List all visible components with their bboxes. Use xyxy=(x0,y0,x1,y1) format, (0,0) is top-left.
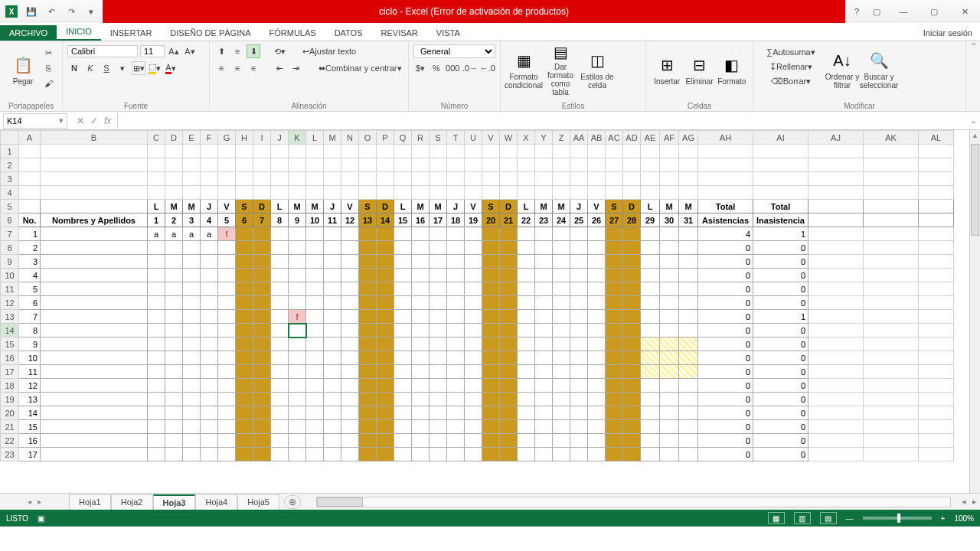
cell[interactable] xyxy=(500,186,518,200)
cell[interactable] xyxy=(341,379,359,393)
percent-icon[interactable]: % xyxy=(430,61,443,75)
cell[interactable] xyxy=(570,365,588,379)
cell[interactable] xyxy=(553,172,570,186)
cell[interactable] xyxy=(465,172,482,186)
cell[interactable] xyxy=(236,406,253,420)
cell[interactable] xyxy=(623,379,641,393)
cell[interactable] xyxy=(236,337,253,351)
fill-color-button[interactable]: ⬚▾ xyxy=(148,61,162,75)
cell[interactable] xyxy=(359,296,377,310)
cell[interactable]: L xyxy=(641,200,660,214)
cell[interactable] xyxy=(500,172,518,186)
italic-button[interactable]: K xyxy=(83,61,97,75)
cell[interactable] xyxy=(165,172,183,186)
cell[interactable] xyxy=(394,324,412,337)
cell[interactable] xyxy=(289,434,306,448)
cell[interactable] xyxy=(341,172,359,186)
cell[interactable] xyxy=(864,186,919,200)
cell[interactable] xyxy=(289,172,306,186)
cell[interactable] xyxy=(606,241,623,255)
cell[interactable] xyxy=(447,158,465,172)
cell[interactable] xyxy=(570,337,588,351)
row-header-9[interactable]: 9 xyxy=(1,255,19,269)
cell[interactable] xyxy=(864,420,919,434)
cell[interactable]: 0 xyxy=(698,310,753,324)
cell[interactable] xyxy=(165,255,183,269)
cell[interactable] xyxy=(698,172,753,186)
cell[interactable] xyxy=(271,172,289,186)
cell[interactable] xyxy=(148,145,165,158)
cell[interactable] xyxy=(518,351,535,365)
cell[interactable] xyxy=(165,365,183,379)
increase-font-icon[interactable]: A▴ xyxy=(167,44,181,58)
cell[interactable] xyxy=(201,434,218,448)
cell[interactable] xyxy=(660,406,679,420)
cell[interactable]: 8 xyxy=(19,324,41,337)
cell[interactable] xyxy=(570,269,588,282)
scroll-up-icon[interactable]: ▲ xyxy=(972,132,978,139)
cell[interactable] xyxy=(201,365,218,379)
cell[interactable] xyxy=(447,351,465,365)
cell[interactable] xyxy=(864,337,919,351)
cell[interactable] xyxy=(535,172,553,186)
cell[interactable] xyxy=(271,379,289,393)
cell[interactable]: 6 xyxy=(19,296,41,310)
cell[interactable] xyxy=(271,255,289,269)
cell[interactable] xyxy=(236,393,253,406)
cell[interactable] xyxy=(808,379,864,393)
cell[interactable]: V xyxy=(465,200,482,214)
cell[interactable] xyxy=(394,310,412,324)
cell[interactable] xyxy=(606,172,623,186)
cell[interactable] xyxy=(430,310,447,324)
cell[interactable] xyxy=(447,420,465,434)
cell[interactable]: 5 xyxy=(19,282,41,296)
cell[interactable] xyxy=(864,434,919,448)
cell[interactable] xyxy=(412,337,430,351)
cell[interactable]: M xyxy=(430,200,447,214)
cell[interactable] xyxy=(412,158,430,172)
cell[interactable] xyxy=(359,186,377,200)
cell[interactable] xyxy=(253,296,271,310)
cell[interactable] xyxy=(641,393,660,406)
cell[interactable] xyxy=(500,420,518,434)
cell[interactable] xyxy=(377,351,394,365)
cell[interactable]: a xyxy=(148,227,165,241)
cell[interactable] xyxy=(341,158,359,172)
cell[interactable] xyxy=(623,269,641,282)
cell[interactable] xyxy=(236,255,253,269)
cell[interactable] xyxy=(623,145,641,158)
cell[interactable] xyxy=(19,145,41,158)
cell[interactable] xyxy=(165,448,183,461)
cell[interactable] xyxy=(324,255,341,269)
cell[interactable] xyxy=(394,448,412,461)
cell[interactable] xyxy=(218,282,236,296)
cell[interactable] xyxy=(641,186,660,200)
cell[interactable]: 0 xyxy=(753,241,808,255)
cell[interactable] xyxy=(218,393,236,406)
border-button[interactable]: ⊞▾ xyxy=(132,61,145,75)
cell[interactable] xyxy=(864,351,919,365)
cell[interactable] xyxy=(864,406,919,420)
cell[interactable] xyxy=(588,420,606,434)
col-header-H[interactable]: H xyxy=(236,131,253,145)
cell[interactable] xyxy=(588,145,606,158)
cell[interactable] xyxy=(394,269,412,282)
row-header-22[interactable]: 22 xyxy=(1,434,19,448)
cell[interactable] xyxy=(482,255,500,269)
cell[interactable] xyxy=(570,310,588,324)
cell[interactable]: M xyxy=(660,200,679,214)
cell[interactable] xyxy=(324,434,341,448)
cell[interactable] xyxy=(148,186,165,200)
row-header-5[interactable]: 5 xyxy=(1,200,19,214)
cell[interactable] xyxy=(482,448,500,461)
cell[interactable] xyxy=(41,145,148,158)
cell[interactable] xyxy=(482,310,500,324)
col-header-AC[interactable]: AC xyxy=(606,131,623,145)
cell[interactable] xyxy=(218,186,236,200)
cell[interactable] xyxy=(430,186,447,200)
cell[interactable]: L xyxy=(394,200,412,214)
cell[interactable] xyxy=(623,158,641,172)
cell[interactable] xyxy=(148,324,165,337)
cell[interactable] xyxy=(588,296,606,310)
sheet-tab-Hoja5[interactable]: Hoja5 xyxy=(237,494,279,510)
